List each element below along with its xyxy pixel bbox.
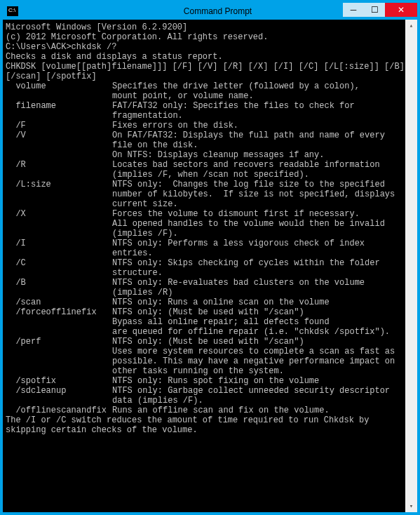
option-desc: On FAT/FAT32: Displays the full path and… bbox=[112, 131, 402, 140]
terminal-line: Checks a disk and displays a status repo… bbox=[6, 52, 402, 62]
option-desc-cont: (implies /F). bbox=[6, 229, 402, 239]
option-desc: NTFS only: Garbage collect unneeded secu… bbox=[112, 386, 402, 396]
option-row: /XForces the volume to dismount first if… bbox=[6, 209, 402, 219]
option-row: /FFixes errors on the disk. bbox=[6, 121, 402, 131]
option-flag: /sdcleanup bbox=[6, 386, 112, 396]
option-desc-cont: data (implies /F). bbox=[6, 396, 402, 406]
option-flag: /spotfix bbox=[6, 376, 112, 386]
option-desc-cont: entries. bbox=[6, 248, 402, 258]
option-row: /spotfixNTFS only: Runs spot fixing on t… bbox=[6, 376, 402, 386]
option-flag: /perf bbox=[6, 337, 112, 347]
option-desc-cont: possible. This may have a negative perfo… bbox=[6, 356, 402, 366]
terminal-line: Microsoft Windows [Version 6.2.9200] bbox=[6, 22, 402, 32]
option-flag: /F bbox=[6, 121, 112, 131]
option-desc-cont: All opened handles to the volume would t… bbox=[6, 219, 402, 229]
terminal-area: Microsoft Windows [Version 6.2.9200](c) … bbox=[3, 20, 417, 512]
option-row: /offlinescanandfixRuns an offline scan a… bbox=[6, 406, 402, 415]
option-flag: /V bbox=[6, 131, 112, 140]
close-button[interactable]: ✕ bbox=[385, 3, 417, 17]
app-icon: C:\ bbox=[7, 6, 18, 16]
option-flag: /X bbox=[6, 209, 112, 219]
maximize-button[interactable]: ☐ bbox=[364, 3, 385, 17]
option-desc-cont: structure. bbox=[6, 268, 402, 278]
terminal-line: skipping certain checks of the volume. bbox=[6, 425, 402, 435]
option-row: /perfNTFS only: (Must be used with "/sca… bbox=[6, 337, 402, 347]
option-desc-cont: file on the disk. bbox=[6, 140, 402, 150]
option-row: /CNTFS only: Skips checking of cycles wi… bbox=[6, 258, 402, 268]
option-flag: /C bbox=[6, 258, 112, 268]
terminal-line: CHKDSK [volume[[path]filename]]] [/F] [/… bbox=[6, 62, 402, 72]
terminal-line: (c) 2012 Microsoft Corporation. All righ… bbox=[6, 32, 402, 42]
option-flag: /R bbox=[6, 160, 112, 170]
terminal-line: [/scan] [/spotfix] bbox=[6, 72, 402, 81]
option-desc-cont: On NTFS: Displays cleanup messages if an… bbox=[6, 150, 402, 160]
scroll-track[interactable] bbox=[405, 32, 417, 500]
option-desc: Forces the volume to dismount first if n… bbox=[112, 209, 402, 219]
option-desc-cont: Uses more system resources to complete a… bbox=[6, 347, 402, 356]
option-desc: Specifies the drive letter (followed by … bbox=[112, 81, 402, 91]
terminal-content[interactable]: Microsoft Windows [Version 6.2.9200](c) … bbox=[3, 20, 405, 512]
option-desc: NTFS only: Runs spot fixing on the volum… bbox=[112, 376, 402, 386]
option-desc: NTFS only: Skips checking of cycles with… bbox=[112, 258, 402, 268]
option-row: filenameFAT/FAT32 only: Specifies the fi… bbox=[6, 101, 402, 111]
option-desc: Runs an offline scan and fix on the volu… bbox=[112, 406, 402, 415]
option-row: volumeSpecifies the drive letter (follow… bbox=[6, 81, 402, 91]
option-desc-cont: (implies /R) bbox=[6, 288, 402, 297]
option-desc-cont: fragmentation. bbox=[6, 111, 402, 121]
titlebar[interactable]: C:\ Command Prompt ─ ☐ ✕ bbox=[3, 3, 417, 20]
option-row: /forceofflinefixNTFS only: (Must be used… bbox=[6, 307, 402, 317]
option-desc: NTFS only: Runs a online scan on the vol… bbox=[112, 297, 402, 307]
option-desc-cont: current size. bbox=[6, 199, 402, 209]
option-flag: filename bbox=[6, 101, 112, 111]
option-desc-cont: (implies /F, when /scan not specified). bbox=[6, 170, 402, 180]
option-row: /RLocates bad sectors and recovers reada… bbox=[6, 160, 402, 170]
option-desc: NTFS only: Re-evaluates bad clusters on … bbox=[112, 278, 402, 288]
option-row: /BNTFS only: Re-evaluates bad clusters o… bbox=[6, 278, 402, 288]
scrollbar[interactable]: ▴ ▾ bbox=[405, 20, 417, 512]
option-flag: /L:size bbox=[6, 180, 112, 189]
option-desc: FAT/FAT32 only: Specifies the files to c… bbox=[112, 101, 402, 111]
option-row: /INTFS only: Performs a less vigorous ch… bbox=[6, 239, 402, 248]
option-row: /VOn FAT/FAT32: Displays the full path a… bbox=[6, 131, 402, 140]
scroll-up-button[interactable]: ▴ bbox=[405, 20, 417, 32]
option-desc: NTFS only: (Must be used with "/scan") bbox=[112, 307, 402, 317]
option-desc: NTFS only: Changes the log file size to … bbox=[112, 180, 402, 189]
command-prompt-window: C:\ Command Prompt ─ ☐ ✕ Microsoft Windo… bbox=[0, 0, 420, 515]
option-flag: /I bbox=[6, 239, 112, 248]
option-desc: NTFS only: Performs a less vigorous chec… bbox=[112, 239, 402, 248]
option-desc-cont: mount point, or volume name. bbox=[6, 91, 402, 101]
window-buttons: ─ ☐ ✕ bbox=[343, 3, 417, 17]
option-flag: /scan bbox=[6, 297, 112, 307]
option-desc: Locates bad sectors and recovers readabl… bbox=[112, 160, 402, 170]
terminal-line: The /I or /C switch reduces the amount o… bbox=[6, 415, 402, 425]
option-flag: /B bbox=[6, 278, 112, 288]
minimize-button[interactable]: ─ bbox=[343, 3, 364, 17]
option-row: /sdcleanupNTFS only: Garbage collect unn… bbox=[6, 386, 402, 396]
option-desc-cont: number of kilobytes. If size is not spec… bbox=[6, 189, 402, 199]
option-desc-cont: are queued for offline repair (i.e. "chk… bbox=[6, 327, 402, 337]
option-row: /L:sizeNTFS only: Changes the log file s… bbox=[6, 180, 402, 189]
option-row: /scanNTFS only: Runs a online scan on th… bbox=[6, 297, 402, 307]
option-desc: Fixes errors on the disk. bbox=[112, 121, 402, 131]
option-desc: NTFS only: (Must be used with "/scan") bbox=[112, 337, 402, 347]
option-flag: /offlinescanandfix bbox=[6, 406, 112, 415]
option-desc-cont: other tasks running on the system. bbox=[6, 366, 402, 376]
scroll-down-button[interactable]: ▾ bbox=[405, 500, 417, 512]
option-flag: volume bbox=[6, 81, 112, 91]
terminal-line: C:\Users\ACK>chkdsk /? bbox=[6, 42, 402, 52]
option-flag: /forceofflinefix bbox=[6, 307, 112, 317]
option-desc-cont: Bypass all online repair; all defects fo… bbox=[6, 317, 402, 327]
